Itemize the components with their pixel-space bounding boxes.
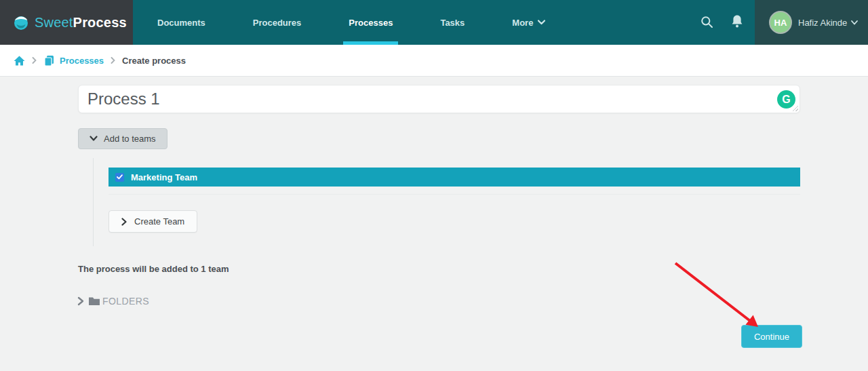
- create-team-button[interactable]: Create Team: [108, 210, 197, 233]
- annotation-arrow: [670, 259, 768, 335]
- home-icon[interactable]: [14, 56, 25, 66]
- grammarly-icon[interactable]: G: [777, 90, 795, 109]
- add-to-teams-label: Add to teams: [104, 134, 156, 144]
- folder-icon: [88, 296, 100, 306]
- chevron-down-icon: [90, 136, 98, 142]
- divider: [108, 194, 800, 195]
- user-name: Hafiz Akinde: [798, 18, 847, 28]
- team-checkbox-checked[interactable]: [115, 173, 124, 182]
- process-name-value: Process 1: [87, 90, 160, 109]
- continue-button[interactable]: Continue: [741, 325, 802, 348]
- process-name-input[interactable]: Process 1 G: [78, 85, 800, 113]
- breadcrumb: Processes Create process: [0, 45, 868, 77]
- create-process-content: Process 1 G Add to teams Marketing Team …: [0, 77, 868, 371]
- notifications-bell-icon[interactable]: [730, 14, 744, 29]
- breadcrumb-current-page: Create process: [122, 56, 186, 66]
- chevron-down-icon: [851, 20, 858, 25]
- folders-label: FOLDERS: [102, 296, 149, 307]
- team-name: Marketing Team: [131, 172, 197, 182]
- nav-item-more[interactable]: More: [502, 0, 555, 45]
- nav-item-documents[interactable]: Documents: [148, 0, 215, 45]
- processes-icon: [43, 55, 55, 66]
- nav-item-procedures[interactable]: Procedures: [243, 0, 311, 45]
- chevron-down-icon: [538, 20, 545, 25]
- team-row-marketing[interactable]: Marketing Team: [108, 168, 800, 187]
- teams-summary-text: The process will be added to 1 team: [78, 264, 229, 274]
- nav-item-processes[interactable]: Processes: [339, 0, 402, 45]
- chevron-right-icon: [121, 218, 127, 226]
- user-menu[interactable]: HA Hafiz Akinde: [755, 0, 868, 45]
- search-icon[interactable]: [700, 15, 714, 29]
- teams-indent-guide: [93, 158, 94, 246]
- brand-logo[interactable]: SweetProcess: [0, 0, 133, 45]
- top-navbar: SweetProcess Documents Procedures Proces…: [0, 0, 868, 45]
- primary-navigation: Documents Procedures Processes Tasks Mor…: [148, 0, 555, 45]
- breadcrumb-link-processes[interactable]: Processes: [60, 56, 104, 66]
- brand-name: SweetProcess: [35, 15, 127, 31]
- nav-item-tasks[interactable]: Tasks: [431, 0, 474, 45]
- sweetprocess-app-window: SweetProcess Documents Procedures Proces…: [0, 0, 868, 371]
- folders-toggle[interactable]: FOLDERS: [77, 296, 149, 307]
- add-to-teams-button[interactable]: Add to teams: [78, 128, 167, 149]
- brand-cup-icon: [12, 14, 30, 31]
- create-team-label: Create Team: [134, 216, 184, 227]
- breadcrumb-separator-icon: [111, 57, 115, 64]
- breadcrumb-separator-icon: [32, 57, 37, 64]
- chevron-right-icon: [77, 296, 84, 306]
- avatar: HA: [769, 11, 792, 34]
